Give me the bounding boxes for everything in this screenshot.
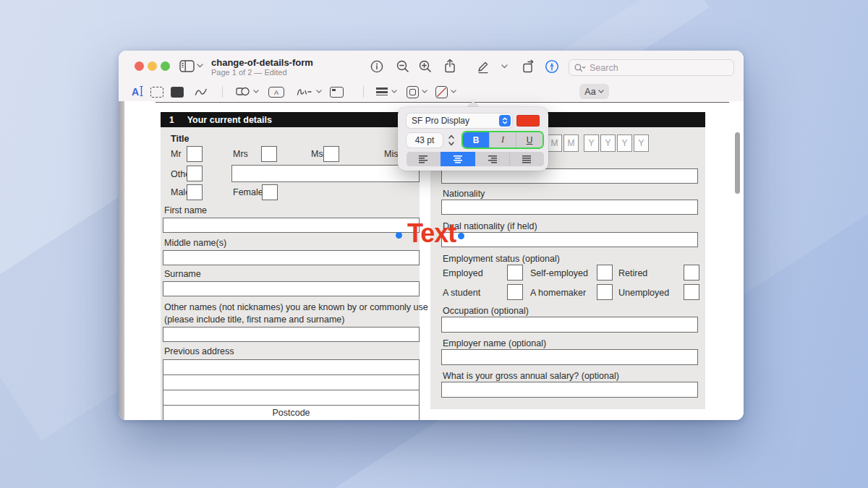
- zoom-out-icon[interactable]: [396, 60, 409, 73]
- checkbox-other[interactable]: [187, 166, 203, 181]
- minimize-button[interactable]: [148, 61, 157, 71]
- dual-nationality-input[interactable]: [441, 232, 698, 247]
- page-edge: [119, 101, 124, 420]
- sketch-icon[interactable]: [195, 87, 208, 97]
- align-left-button[interactable]: [407, 152, 441, 166]
- signature-icon[interactable]: [297, 87, 312, 97]
- sidebar-icon[interactable]: [179, 60, 195, 72]
- zoom-window-button[interactable]: [161, 61, 170, 71]
- chevron-down-icon[interactable]: [501, 64, 508, 69]
- option-label: Self-employed: [530, 268, 588, 278]
- field-label: What is your gross annual salary? (optio…: [443, 371, 619, 381]
- bold-button[interactable]: B: [463, 132, 489, 147]
- checkbox-retired[interactable]: [684, 265, 699, 281]
- shapes-icon[interactable]: [236, 86, 250, 97]
- window-title: change-of-details-form: [211, 57, 313, 68]
- chevron-down-icon[interactable]: [451, 90, 456, 93]
- align-right-button[interactable]: [475, 152, 509, 166]
- rect-select-icon[interactable]: [150, 87, 163, 98]
- date-box[interactable]: Y: [634, 134, 649, 152]
- align-justify-button[interactable]: [509, 152, 544, 166]
- alignment-group: [407, 152, 544, 166]
- salary-input[interactable]: [441, 382, 698, 398]
- text-box-icon[interactable]: A: [268, 87, 284, 98]
- other-title-input[interactable]: [231, 165, 420, 182]
- highlight-pen-icon[interactable]: [545, 59, 559, 74]
- text-style-popover: SF Pro Display 43 pt B I U: [398, 107, 548, 171]
- unlabeled-input[interactable]: [441, 168, 698, 184]
- surname-input[interactable]: [163, 281, 420, 296]
- svg-text:A: A: [132, 86, 139, 98]
- checkbox-mr[interactable]: [187, 146, 203, 162]
- checkbox-student[interactable]: [507, 284, 523, 300]
- scrollbar-thumb[interactable]: [735, 132, 740, 194]
- middle-name-input[interactable]: [163, 250, 420, 265]
- chevron-down-icon[interactable]: [316, 90, 322, 93]
- shape-style-icon[interactable]: [407, 86, 419, 98]
- option-label: A homemaker: [530, 288, 586, 298]
- field-label: Previous address: [164, 346, 234, 356]
- search-field[interactable]: Search: [569, 59, 734, 76]
- option-label: A student: [443, 288, 480, 298]
- font-size-field[interactable]: 43 pt: [407, 133, 443, 147]
- date-box[interactable]: Y: [600, 134, 616, 152]
- align-center-button[interactable]: [441, 152, 475, 166]
- checkbox-self-employed[interactable]: [597, 265, 613, 281]
- redact-icon[interactable]: [171, 87, 184, 98]
- checkbox-employed[interactable]: [507, 265, 523, 281]
- section-number: 1: [169, 115, 174, 125]
- text-select-icon[interactable]: A: [131, 85, 145, 98]
- chevron-down-icon[interactable]: [391, 90, 397, 93]
- title-label: Title: [171, 134, 189, 144]
- postcode-label: Postcode: [163, 408, 419, 418]
- option-label: Ms: [311, 149, 323, 159]
- note-icon[interactable]: [330, 87, 344, 98]
- date-box[interactable]: M: [547, 134, 562, 152]
- checkbox-mrs[interactable]: [261, 146, 277, 162]
- checkbox-homemaker[interactable]: [597, 284, 613, 300]
- employer-input[interactable]: [441, 349, 698, 365]
- line-weight-icon[interactable]: [376, 87, 388, 95]
- checkbox-ms[interactable]: [323, 146, 339, 162]
- chevron-down-icon[interactable]: [197, 64, 203, 68]
- checkbox-unemployed[interactable]: [684, 284, 699, 300]
- date-box[interactable]: M: [563, 134, 579, 152]
- annotation-handle-right[interactable]: [458, 233, 464, 239]
- checkbox-female[interactable]: [262, 184, 278, 200]
- chevron-down-icon[interactable]: [253, 90, 259, 93]
- share-icon[interactable]: [443, 59, 456, 74]
- nationality-input[interactable]: [441, 200, 698, 215]
- occupation-input[interactable]: [441, 317, 698, 333]
- rotate-icon[interactable]: [522, 59, 536, 74]
- date-box[interactable]: Y: [617, 134, 632, 152]
- italic-button[interactable]: I: [489, 132, 516, 147]
- checkbox-male[interactable]: [187, 184, 203, 200]
- field-label: Occupation (optional): [443, 306, 529, 316]
- font-family-select[interactable]: SF Pro Display: [407, 114, 512, 128]
- option-label: Employed: [443, 268, 483, 278]
- font-size-stepper[interactable]: [447, 133, 456, 150]
- date-box[interactable]: Y: [584, 134, 599, 152]
- chevron-down-icon[interactable]: [422, 90, 427, 93]
- zoom-in-icon[interactable]: [419, 60, 432, 73]
- previous-address-input[interactable]: Postcode: [163, 359, 420, 420]
- annotation-handle-left[interactable]: [396, 232, 402, 239]
- cutoff-form-line: [156, 102, 729, 103]
- markup-toolbar: A A: [119, 82, 744, 102]
- titlebar[interactable]: change-of-details-form Page 1 of 2 — Edi…: [119, 51, 744, 82]
- first-name-input[interactable]: [163, 218, 420, 233]
- field-label: Dual nationality (if held): [443, 221, 537, 231]
- close-button[interactable]: [135, 61, 144, 71]
- option-label: Retired: [618, 268, 647, 278]
- select-stepper-icon: [499, 115, 511, 127]
- info-icon[interactable]: [370, 60, 383, 73]
- markup-pen-icon[interactable]: [476, 59, 490, 74]
- underline-button[interactable]: U: [516, 132, 542, 147]
- section-header: 1 Your current details: [161, 112, 420, 127]
- other-names-input[interactable]: [163, 327, 420, 342]
- text-color-well[interactable]: [516, 115, 540, 127]
- text-annotation[interactable]: Text: [407, 218, 456, 249]
- fill-color-icon[interactable]: [435, 86, 448, 98]
- text-style-button[interactable]: Aa: [579, 84, 609, 99]
- field-label: Other names (not nicknames) you are know…: [164, 302, 428, 312]
